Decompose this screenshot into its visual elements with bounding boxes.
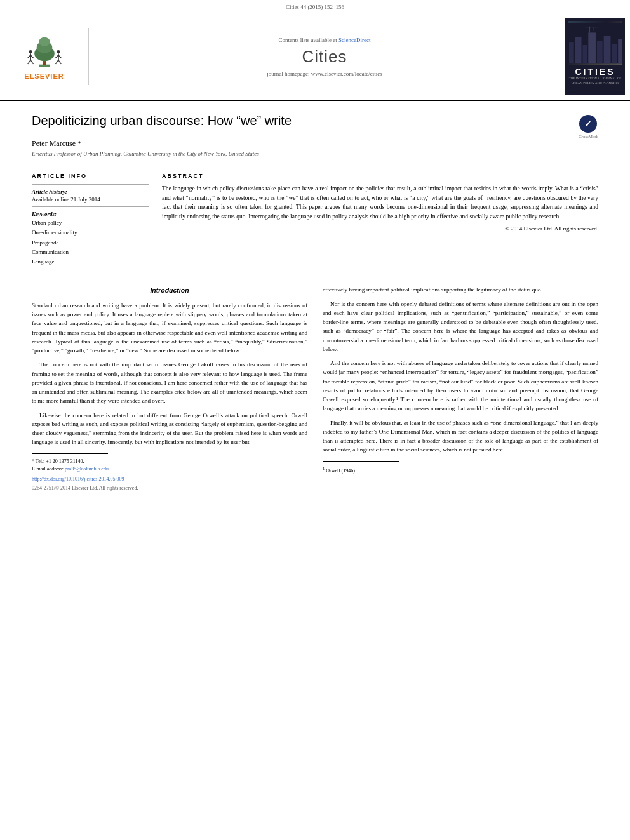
footnote-divider-right	[323, 461, 399, 462]
body-para-left-2: The concern here is not with the importa…	[32, 360, 307, 405]
footnote-email: E-mail address: pm35@columbia.edu	[32, 465, 307, 473]
crossmark-badge[interactable]: ✓ CrossMark	[579, 115, 598, 139]
cover-skyline-icon	[568, 23, 622, 64]
history-label: Article history:	[32, 189, 149, 195]
journal-cover-area: CITIES THE INTERNATIONAL JOURNAL OFURBAN…	[560, 13, 630, 100]
keywords-label: Keywords:	[32, 211, 149, 217]
body-para-left-3: Likewise the concern here is related to …	[32, 411, 307, 447]
body-para-right-2: Nor is the concern here with openly deba…	[323, 300, 598, 354]
svg-line-16	[58, 60, 60, 64]
cover-subtitle: THE INTERNATIONAL JOURNAL OFURBAN POLICY…	[569, 77, 621, 85]
header-divider	[32, 166, 598, 166]
svg-point-11	[57, 50, 60, 53]
cover-title: CITIES	[575, 67, 615, 77]
citation-text: Cities 44 (2015) 152–156	[286, 4, 344, 10]
article-area: Depoliticizing urban discourse: How “we”…	[0, 101, 630, 505]
keywords-list: Urban policy One-dimensionality Propagan…	[32, 218, 149, 267]
footer-copyright: 0264-2751/© 2014 Elsevier Ltd. All right…	[32, 484, 307, 492]
science-direct-line: Contents lists available at ScienceDirec…	[279, 37, 371, 43]
doi-link[interactable]: http://dx.doi.org/10.1016/j.cities.2014.…	[32, 476, 307, 483]
journal-homepage: journal homepage: www.elsevier.com/locat…	[267, 70, 382, 77]
journal-header: ELSEVIER Contents lists available at Sci…	[0, 13, 630, 101]
svg-rect-25	[618, 39, 622, 63]
elsevier-wordmark: ELSEVIER	[24, 72, 64, 80]
keyword-2: One-dimensionality	[32, 228, 149, 237]
svg-line-10	[30, 60, 33, 64]
science-direct-link[interactable]: ScienceDirect	[338, 37, 370, 43]
author-name: Peter Marcuse *	[32, 139, 598, 149]
abstract-text: The language in which policy discussions…	[162, 184, 598, 222]
footnote-superscript-1: 1	[323, 466, 325, 470]
elsevier-logo-area: ELSEVIER	[0, 28, 89, 85]
crossmark-icon: ✓	[579, 115, 597, 133]
svg-line-9	[27, 60, 30, 64]
available-online: Available online 21 July 2014	[32, 196, 149, 203]
svg-rect-19	[575, 37, 582, 63]
abstract-copyright: © 2014 Elsevier Ltd. All rights reserved…	[162, 225, 598, 232]
article-title: Depoliticizing urban discourse: How “we”…	[32, 112, 292, 129]
body-columns: Introduction Standard urban research and…	[32, 285, 598, 492]
body-left-col: Introduction Standard urban research and…	[32, 285, 307, 492]
intro-heading: Introduction	[32, 285, 307, 295]
journal-title: Cities	[302, 47, 347, 67]
svg-line-15	[55, 60, 58, 64]
elsevier-tree-icon	[22, 33, 67, 71]
footnote-email-label: E-mail address:	[32, 466, 64, 472]
body-para-right-3: And the concern here is not with abuses …	[323, 359, 598, 413]
keyword-3: Propaganda	[32, 238, 149, 248]
body-para-right-4: Finally, it will be obvious that, at lea…	[323, 418, 598, 455]
keyword-5: Language	[32, 257, 149, 267]
journal-center-info: Contents lists available at ScienceDirec…	[89, 30, 560, 83]
svg-rect-18	[569, 42, 574, 63]
cities-cover: CITIES THE INTERNATIONAL JOURNAL OFURBAN…	[565, 18, 625, 95]
info-abstract-section: ARTICLE INFO Article history: Available …	[32, 173, 598, 267]
body-divider	[32, 276, 598, 276]
footnote-email-link[interactable]: pm35@columbia.edu	[65, 466, 109, 472]
keyword-1: Urban policy	[32, 218, 149, 228]
abstract-header: ABSTRACT	[162, 173, 598, 179]
footnote-orwell: 1 Orwell (1946).	[323, 465, 598, 475]
body-para-right-1: effectively having important political i…	[323, 285, 598, 294]
svg-rect-24	[612, 43, 617, 63]
keyword-4: Communication	[32, 248, 149, 257]
svg-rect-22	[597, 41, 603, 63]
svg-point-4	[39, 37, 50, 46]
svg-rect-23	[604, 36, 611, 63]
cities-cover-image	[568, 21, 622, 65]
author-affiliation: Emeritus Professor of Urban Planning, Co…	[32, 150, 598, 157]
citation-line: Cities 44 (2015) 152–156	[0, 0, 630, 13]
article-info-col: ARTICLE INFO Article history: Available …	[32, 173, 149, 267]
svg-rect-20	[582, 44, 587, 63]
body-para-left-1: Standard urban research and writing have…	[32, 301, 307, 356]
footnote-tel: * Tel.: +1 20 1375 31140.	[32, 458, 307, 465]
footnote-divider-left	[32, 453, 108, 454]
crossmark-label: CrossMark	[579, 134, 598, 139]
title-row: Depoliticizing urban discourse: How “we”…	[32, 112, 598, 139]
article-info-header: ARTICLE INFO	[32, 173, 149, 179]
body-right-col: effectively having important political i…	[323, 285, 598, 492]
svg-point-5	[29, 50, 32, 53]
abstract-col: ABSTRACT The language in which policy di…	[162, 173, 598, 267]
svg-rect-21	[588, 32, 596, 63]
